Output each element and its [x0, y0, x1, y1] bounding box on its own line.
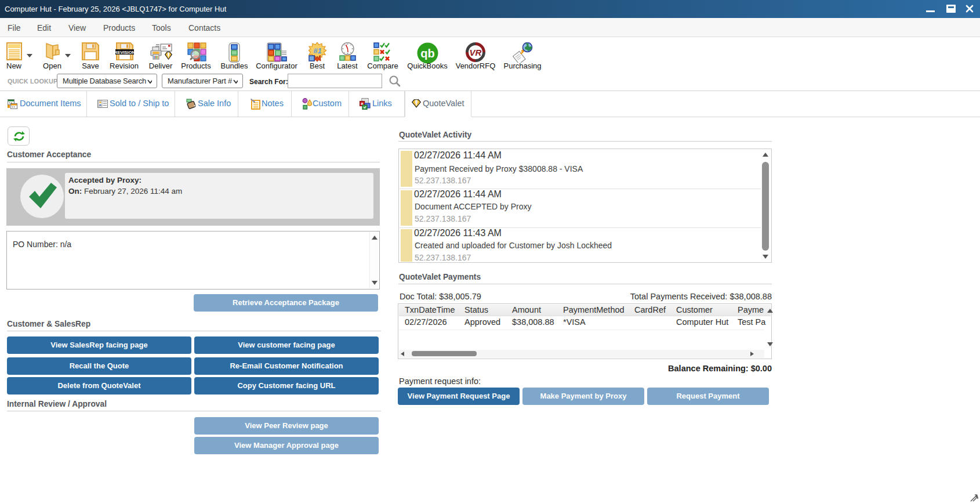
svg-text:#1: #1 — [313, 46, 321, 55]
svg-text:qb: qb — [420, 47, 434, 60]
svg-text:REVISION: REVISION — [115, 50, 134, 55]
svg-text:VR: VR — [470, 48, 482, 57]
